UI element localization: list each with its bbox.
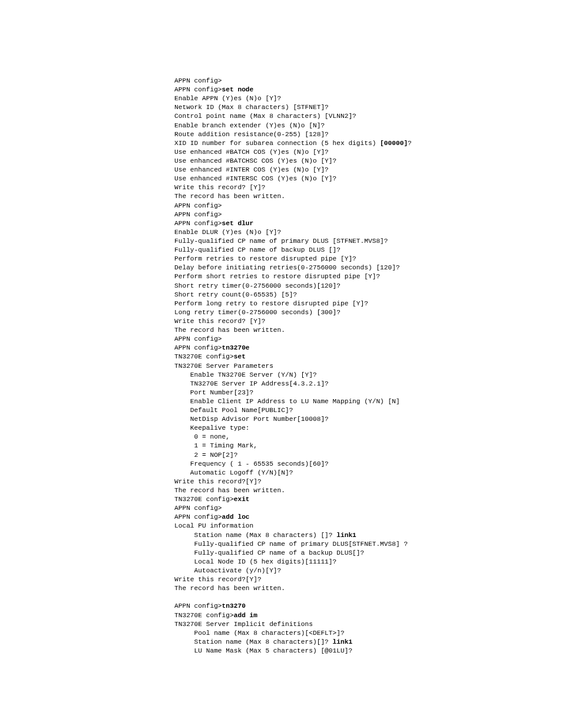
terminal-line: Fully-qualified CP name of primary DLUS[…: [174, 540, 562, 549]
terminal-text: Use enhanced #BATCH COS (Y)es (N)o [Y]?: [174, 149, 329, 156]
terminal-line: APPN config>: [174, 202, 562, 210]
user-input: add im: [234, 612, 257, 619]
terminal-line: Short retry count(0-65535) [5]?: [174, 291, 562, 299]
terminal-line: Route addition resistance(0-255) [128]?: [174, 130, 562, 139]
terminal-text: Perform short retries to restore disrupt…: [174, 273, 380, 280]
terminal-line: Keepalive type:: [174, 424, 562, 433]
user-input: tn3270e: [222, 344, 250, 351]
terminal-text: APPN config>: [174, 86, 222, 93]
terminal-line: Network ID (Max 8 characters) [STFNET]?: [174, 103, 562, 112]
terminal-line: Use enhanced #BATCH COS (Y)es (N)o [Y]?: [174, 148, 562, 157]
terminal-line: The record has been written.: [174, 192, 562, 201]
terminal-line: The record has been written.: [174, 326, 562, 335]
terminal-text: Control point name (Max 8 characters) [V…: [174, 113, 356, 120]
terminal-text: Station name (Max 8 characters) []?: [174, 532, 336, 539]
terminal-line: XID ID number for subarea connection (5 …: [174, 139, 562, 148]
terminal-text: The record has been written.: [174, 487, 285, 494]
user-input: link1: [333, 638, 353, 645]
terminal-line: Write this record? [Y]?: [174, 317, 562, 326]
terminal-line: TN3270E Server IP Address[4.3.2.1]?: [174, 380, 562, 388]
terminal-text: Keepalive type:: [174, 424, 250, 431]
terminal-text: NetDisp Advisor Port Number[10008]?: [174, 416, 329, 423]
terminal-line: Use enhanced #BATCHSC COS (Y)es (N)o [Y]…: [174, 157, 562, 166]
terminal-text: Fully-qualified CP name of primary DLUS …: [174, 238, 388, 245]
terminal-text: ?: [408, 140, 412, 147]
user-input: [00000]: [380, 140, 408, 147]
user-input: link1: [336, 532, 356, 539]
terminal-text: Write this record? [Y]?: [174, 184, 265, 191]
terminal-line: Perform short retries to restore disrupt…: [174, 272, 562, 281]
terminal-text: APPN config>: [174, 202, 222, 209]
terminal-line: APPN config>: [174, 335, 562, 344]
terminal-text: Long retry timer(0-2756000 seconds) [300…: [174, 309, 340, 316]
terminal-line: Frequency ( 1 - 65535 seconds)[60]?: [174, 460, 562, 469]
terminal-text: 1 = Timing Mark,: [174, 442, 257, 449]
terminal-text: Enable Client IP Address to LU Name Mapp…: [174, 398, 400, 405]
terminal-transcript-page: APPN config>APPN config>set nodeEnable A…: [0, 0, 562, 728]
terminal-line: TN3270E config>set: [174, 353, 562, 361]
terminal-text: 2 = NOP[2]?: [174, 452, 237, 459]
terminal-text: Fully-qualified CP name of primary DLUS[…: [174, 541, 408, 548]
terminal-line: NetDisp Advisor Port Number[10008]?: [174, 415, 562, 424]
terminal-line: APPN config>set dlur: [174, 219, 562, 228]
terminal-text: Use enhanced #INTER COS (Y)es (N)o [Y]?: [174, 166, 329, 173]
terminal-line: Enable branch extender (Y)es (N)o [N]?: [174, 121, 562, 130]
terminal-line: Enable Client IP Address to LU Name Mapp…: [174, 397, 562, 406]
user-input: add loc: [222, 513, 250, 521]
terminal-text: Write this record?[Y]?: [174, 576, 262, 583]
terminal-line: APPN config>tn3270: [174, 602, 562, 611]
terminal-text: Short retry count(0-65535) [5]?: [174, 291, 297, 298]
terminal-text: TN3270E Server IP Address[4.3.2.1]?: [174, 380, 329, 387]
terminal-text: The record has been written.: [174, 193, 285, 200]
terminal-text: Fully-qualified CP name of backup DLUS […: [174, 246, 340, 253]
terminal-line: The record has been written.: [174, 584, 562, 593]
terminal-line: Local PU information: [174, 522, 562, 531]
terminal-line: Pool name (Max 8 characters)[<DEFLT>]?: [174, 629, 562, 638]
terminal-text: Pool name (Max 8 characters)[<DEFLT>]?: [174, 630, 345, 637]
terminal-text: 0 = none,: [174, 433, 230, 440]
terminal-text: Enable DLUR (Y)es (N)o [Y]?: [174, 229, 281, 236]
terminal-text: APPN config>: [174, 602, 222, 610]
terminal-text: TN3270E config>: [174, 353, 234, 360]
terminal-text: APPN config>: [174, 220, 222, 227]
terminal-line: Control point name (Max 8 characters) [V…: [174, 112, 562, 121]
terminal-text: Automatic Logoff (Y/N)[N]?: [174, 469, 293, 476]
terminal-text: The record has been written.: [174, 327, 285, 334]
terminal-line: APPN config>tn3270e: [174, 344, 562, 353]
user-input: tn3270: [222, 602, 246, 610]
terminal-line: 1 = Timing Mark,: [174, 442, 562, 450]
terminal-text: Network ID (Max 8 characters) [STFNET]?: [174, 104, 329, 111]
terminal-line: TN3270E Server Parameters: [174, 362, 562, 371]
terminal-line: 2 = NOP[2]?: [174, 451, 562, 460]
terminal-text: Delay before initiating retries(0-275600…: [174, 264, 400, 271]
terminal-text: Local Node ID (5 hex digits)[11111]?: [174, 558, 336, 565]
terminal-text: Autoactivate (y/n)[Y]?: [174, 567, 281, 574]
terminal-text: Write this record?[Y]?: [174, 478, 262, 485]
terminal-text: TN3270E config>: [174, 496, 234, 503]
terminal-text: [174, 594, 178, 601]
terminal-line: Fully-qualified CP name of backup DLUS […: [174, 246, 562, 255]
terminal-text: Write this record? [Y]?: [174, 318, 265, 325]
terminal-text: Enable TN3270E Server (Y/N) [Y]?: [174, 371, 317, 378]
terminal-line: Fully-qualified CP name of a backup DLUS…: [174, 549, 562, 558]
terminal-line: Perform retries to restore disrupted pip…: [174, 255, 562, 263]
terminal-line: Use enhanced #INTER COS (Y)es (N)o [Y]?: [174, 166, 562, 174]
terminal-line: Default Pool Name[PUBLIC]?: [174, 406, 562, 415]
terminal-line: Write this record?[Y]?: [174, 575, 562, 584]
terminal-text: Enable branch extender (Y)es (N)o [N]?: [174, 122, 325, 129]
terminal-text: APPN config>: [174, 513, 222, 521]
terminal-line: Automatic Logoff (Y/N)[N]?: [174, 469, 562, 477]
terminal-text: Short retry timer(0-2756000 seconds)[120…: [174, 282, 340, 289]
terminal-text: Fully-qualified CP name of a backup DLUS…: [174, 549, 364, 556]
user-input: set dlur: [222, 220, 254, 227]
terminal-text: Use enhanced #BATCHSC COS (Y)es (N)o [Y]…: [174, 157, 336, 164]
terminal-line: 0 = none,: [174, 433, 562, 442]
terminal-text: Default Pool Name[PUBLIC]?: [174, 407, 293, 414]
terminal-line: TN3270E config>add im: [174, 611, 562, 620]
terminal-text: Station name (Max 8 characters)[]?: [174, 638, 333, 645]
terminal-line: APPN config>add loc: [174, 513, 562, 522]
terminal-line: Enable DLUR (Y)es (N)o [Y]?: [174, 228, 562, 237]
terminal-line: Long retry timer(0-2756000 seconds) [300…: [174, 308, 562, 317]
user-input: set node: [222, 86, 254, 93]
terminal-text: Enable APPN (Y)es (N)o [Y]?: [174, 95, 281, 102]
